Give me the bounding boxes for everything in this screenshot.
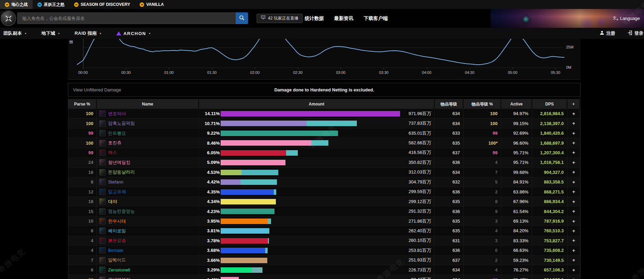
column-header-7[interactable]: +	[567, 99, 580, 109]
damage-bar	[221, 228, 269, 234]
player-name-link[interactable]: 대야	[108, 199, 117, 205]
language-selector[interactable]: 文A Language	[613, 9, 640, 28]
expand-row-button[interactable]: +	[567, 216, 580, 226]
player-name-link[interactable]: 호진츄	[108, 140, 121, 146]
expand-row-button[interactable]: +	[567, 168, 580, 177]
dps-value: 284,520.1	[532, 275, 567, 279]
player-name-link[interactable]: 암흑노움덕림	[108, 120, 135, 126]
damage-bar-segment	[268, 228, 269, 234]
column-header-1[interactable]: Name	[97, 99, 199, 109]
dps-value: 787,916.9	[532, 216, 567, 226]
player-name-link[interactable]: 알퀘이드	[108, 257, 126, 263]
expand-row-button[interactable]: +	[567, 148, 580, 157]
nav-item-archon[interactable]: ARCHON ▼	[116, 31, 151, 36]
link-download-client[interactable]: 下载客户端	[364, 15, 388, 22]
amount-cell: 1.43%98.47百万	[199, 275, 434, 279]
nav-item-dungeons[interactable]: 地下城 ▼	[41, 30, 60, 36]
damage-amount: 416.56百万	[409, 148, 431, 157]
item-level-parse-percent: 8	[464, 197, 501, 206]
amount-cell: 3.66%251.93百万	[199, 256, 434, 265]
expand-row-button[interactable]: +	[567, 138, 580, 147]
expand-row-button[interactable]: +	[567, 109, 580, 118]
column-header-6[interactable]: DPS	[532, 99, 567, 109]
expand-row-button[interactable]: +	[567, 207, 580, 216]
player-name-link[interactable]: 예스	[108, 149, 117, 156]
player-name-link[interactable]: 돈암동날라리	[108, 169, 135, 175]
player-name-link[interactable]: 쎄이로밀	[108, 228, 126, 234]
link-news[interactable]: 最新资讯	[334, 15, 353, 22]
player-name-link[interactable]: 왕년에딜킹	[108, 159, 130, 166]
expand-row-button[interactable]: +	[567, 187, 580, 197]
tab-game-version-2[interactable]: WSEASON OF DISCOVERY	[69, 0, 135, 9]
active-percent: 96.60%	[501, 138, 532, 147]
damage-bar-segment	[221, 170, 241, 175]
expand-row-button[interactable]: +	[567, 129, 580, 138]
expand-row-button[interactable]: +	[567, 158, 580, 167]
active-percent: 69.13%	[501, 216, 532, 226]
player-name-link[interactable]: Stefann	[108, 179, 124, 185]
expand-row-button[interactable]: +	[567, 275, 580, 279]
header-search-bar: 42 玩家正在直播 统计数据 最新资讯 下载客户端 文A Language	[0, 9, 644, 28]
expand-row-button[interactable]: +	[567, 197, 580, 206]
column-header-2[interactable]: Amount	[199, 99, 434, 109]
damage-percent: 1.43%	[199, 275, 220, 279]
player-name-link[interactable]: 영능턴종영능	[108, 208, 135, 214]
player-name-link[interactable]: 한우사태	[108, 218, 126, 224]
link-statistics[interactable]: 统计数据	[305, 15, 324, 22]
damage-percent: 8.46%	[199, 138, 220, 147]
active-percent: 67.96%	[501, 197, 532, 206]
damage-percent: 6.05%	[199, 148, 220, 157]
person-icon	[600, 31, 604, 36]
dps-value: 1,688,697.9	[532, 138, 567, 147]
player-name-link[interactable]: 변조악사	[108, 111, 126, 117]
expand-row-button[interactable]: +	[567, 226, 580, 235]
expand-row-button[interactable]: +	[567, 246, 580, 255]
class-spec-icon	[99, 257, 106, 264]
active-percent: 95.71%	[501, 158, 532, 167]
search-input[interactable]	[17, 12, 236, 24]
damage-bar-segment	[221, 258, 267, 263]
expand-row-button[interactable]: +	[567, 265, 580, 275]
tab-game-version-0[interactable]: W地心之战	[0, 0, 33, 9]
player-name-link[interactable]: Bemate	[108, 248, 124, 253]
item-level-parse-percent: 4	[464, 265, 501, 275]
dps-value: 1,016,756.1	[532, 158, 567, 167]
register-button[interactable]: 注册	[600, 30, 615, 36]
player-name-link[interactable]: 붉은갈증	[108, 237, 126, 244]
expand-row-button[interactable]: +	[567, 236, 580, 245]
damage-bar-segment	[221, 267, 251, 273]
login-button[interactable]: 登录	[628, 30, 643, 36]
tab-game-version-3[interactable]: WVANILLA	[135, 0, 168, 9]
table-row: 100호진츄8.46%582.66百万635100*96.60%1,688,69…	[68, 138, 580, 148]
column-header-5[interactable]: Active	[501, 99, 532, 109]
table-row: 15영능턴종영능4.23%291.32百万636961.54%844,304.2…	[68, 207, 580, 216]
twitch-live-badge[interactable]: 42 玩家正在直播	[257, 14, 303, 23]
secondary-navbar: 团队副本 ▼ 地下城 ▼ RAID 指南 ▼ ARCHON ▼ 注册 登录	[0, 28, 644, 39]
player-name-link[interactable]: 민트뿅요	[108, 130, 126, 136]
nav-item-raid-guide[interactable]: RAID 指南 ▼	[74, 30, 102, 36]
game-version-tabbar: W地心之战W巫妖王之怒WSEASON OF DISCOVERYWVANILLA	[0, 0, 644, 9]
column-header-3[interactable]: 物品等级	[435, 99, 464, 109]
damage-bar-segment	[307, 121, 357, 126]
player-name-link[interactable]: Zerostonell	[108, 267, 130, 272]
table-row: 7알퀘이드3.66%251.93百万637259.23%730,149.5+	[68, 256, 580, 265]
expand-row-button[interactable]: +	[567, 119, 580, 128]
search-button[interactable]	[236, 12, 248, 24]
class-spec-icon	[99, 208, 106, 215]
column-header-4[interactable]: 物品等级 %	[464, 99, 501, 109]
tab-game-version-1[interactable]: W巫妖王之怒	[33, 0, 69, 9]
player-name-link[interactable]: 망고퓨레	[108, 189, 126, 195]
damage-percent: 4.53%	[199, 168, 220, 177]
column-header-0[interactable]: Parse %	[68, 99, 97, 109]
item-level: 634	[435, 265, 464, 275]
warcraftlogs-logo-icon[interactable]	[1, 11, 16, 26]
class-spec-icon	[99, 159, 106, 166]
chart-menu-icon[interactable]: ▤	[69, 40, 73, 44]
player-cell: Stefann	[97, 177, 199, 187]
player-name-link[interactable]: 왕년에부처	[108, 277, 130, 279]
expand-row-button[interactable]: +	[567, 177, 580, 187]
expand-row-button[interactable]: +	[567, 256, 580, 265]
damage-percent: 3.81%	[199, 226, 220, 235]
nav-item-raids[interactable]: 团队副本 ▼	[3, 30, 27, 36]
damage-percent: 3.66%	[199, 256, 220, 265]
